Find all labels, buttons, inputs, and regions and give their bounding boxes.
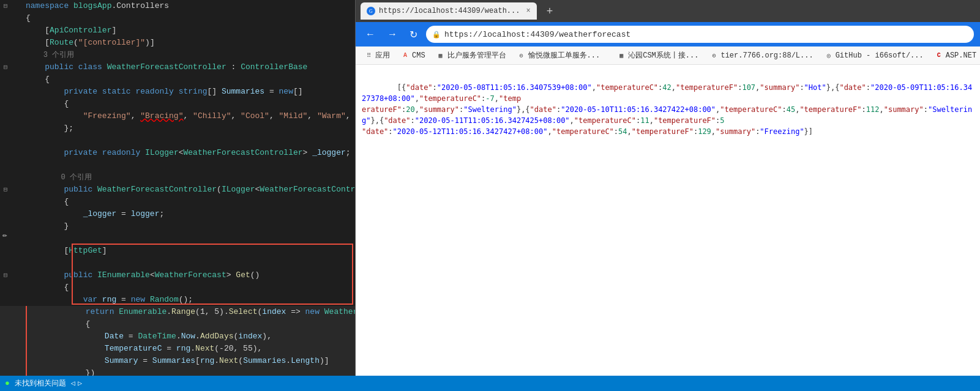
line-content-e1 <box>26 135 355 147</box>
line-content-24: Summary = Summaries[rng.Next(Summaries.L… <box>26 355 355 367</box>
bookmark-mgmt[interactable]: ▦ 比户服务管理平台 <box>433 49 510 62</box>
fold-gutter-9 <box>0 110 11 122</box>
tab-label: https://localhost:44309/weath... <box>379 7 520 15</box>
apps-icon: ⠿ <box>364 51 373 60</box>
fold-gutter-1[interactable]: ⊟ <box>0 0 11 12</box>
code-line-13: { <box>0 196 355 208</box>
line-num-9 <box>11 110 26 122</box>
line-content-12: public WeatherForecastController(ILogger… <box>26 184 355 196</box>
code-line-1: ⊟ namespace blogsApp.Controllers <box>0 0 355 12</box>
bookmark-mgmt-label: 比户服务管理平台 <box>447 50 506 61</box>
bookmark-github[interactable]: ◎ GitHub - i66soft/... <box>821 50 927 61</box>
new-tab-button[interactable]: + <box>542 2 558 20</box>
bookmark-service-label: 愉悦微服工单服务... <box>528 50 600 61</box>
code-editor: ⊟ namespace blogsApp.Controllers { [ApiC… <box>0 0 355 376</box>
line-content-9: "Freezing", "Bracing", "Chilly", "Cool",… <box>26 110 355 122</box>
github-icon: ◎ <box>825 51 833 60</box>
browser-tab[interactable]: G https://localhost:44309/weath... × <box>361 2 537 20</box>
back-button[interactable]: ← <box>362 26 379 42</box>
forward-button[interactable]: → <box>384 26 401 42</box>
line-num-21 <box>11 318 26 330</box>
fold-gutter-5[interactable]: ⊟ <box>0 61 11 73</box>
bookmark-tier[interactable]: ⊙ tier.7766.org:88/L... <box>706 50 817 61</box>
json-response: [{"date":"2020-05-08T11:05:16.3407539+08… <box>362 71 974 148</box>
fold-gutter-25 <box>0 367 11 376</box>
line-content-5: public class WeatherForecastController :… <box>26 61 355 73</box>
line-content-1: namespace blogsApp.Controllers <box>26 0 355 12</box>
fold-gutter-6 <box>0 73 11 86</box>
line-num-e2 <box>11 159 26 171</box>
nav-prev[interactable]: ◁ <box>71 379 75 388</box>
code-line-2: { <box>0 12 355 24</box>
url-text: https://localhost:44309/weatherforecast <box>444 30 630 39</box>
line-num-11 <box>11 147 26 159</box>
line-num-e3 <box>11 233 26 245</box>
line-content-4: [Route("[controller]")] <box>26 37 355 49</box>
line-content-17: public IEnumerable<WeatherForecast> Get(… <box>26 269 355 281</box>
code-line-18: { <box>0 281 355 294</box>
line-num-22 <box>11 330 26 343</box>
code-line-6: { <box>0 73 355 86</box>
line-num-23 <box>11 343 26 355</box>
line-num-12 <box>11 184 26 196</box>
line-num-13 <box>11 196 26 208</box>
code-line-25: }) <box>0 367 355 376</box>
line-content-e3 <box>26 233 355 245</box>
tab-favicon: G <box>367 7 375 15</box>
bookmark-service[interactable]: ⊙ 愉悦微服工单服务... <box>514 49 604 62</box>
bookmark-apps[interactable]: ⠿ 应用 <box>361 49 394 62</box>
line-content-3: [ApiController] <box>26 24 355 37</box>
cms-icon: A <box>401 51 410 60</box>
mgmt-icon: ▦ <box>436 51 445 60</box>
code-line-3: [ApiController] <box>0 24 355 37</box>
bookmark-csm[interactable]: ▦ 沁园CSM系统丨接... <box>613 49 702 62</box>
code-line-12: ⊟ public WeatherForecastController(ILogg… <box>0 184 355 196</box>
code-line-7: private static readonly string[] Summari… <box>0 86 355 98</box>
bookmark-asp-label: ASP.NET WebA <box>946 51 980 60</box>
line-num-24 <box>11 355 26 367</box>
refresh-button[interactable]: ↻ <box>406 26 421 43</box>
status-icon: ● <box>5 379 10 388</box>
line-content-2: { <box>26 12 355 24</box>
address-box[interactable]: 🔒 https://localhost:44309/weatherforecas… <box>426 26 974 43</box>
csm-icon: ▦ <box>617 51 626 60</box>
code-line-empty3 <box>0 233 355 245</box>
svg-text:G: G <box>369 9 373 14</box>
fold-gutter-17[interactable]: ⊟ <box>0 269 11 281</box>
tab-close-button[interactable]: × <box>526 7 530 15</box>
lock-icon: 🔒 <box>432 31 441 39</box>
fold-gutter-11 <box>0 147 11 159</box>
nav-next[interactable]: ▷ <box>78 379 82 388</box>
fold-gutter-10 <box>0 122 11 135</box>
line-content-ref2: 0 个引用 <box>26 171 355 184</box>
fold-gutter-e4 <box>0 257 11 269</box>
line-num-2 <box>11 12 26 24</box>
tier-icon: ⊙ <box>709 51 718 60</box>
fold-gutter-ref1 <box>0 49 11 61</box>
line-num-18 <box>11 281 26 294</box>
bookmark-github-label: GitHub - i66soft/... <box>836 51 924 60</box>
code-line-16: [HttpGet] <box>0 245 355 257</box>
bookmark-apps-label: 应用 <box>375 50 390 61</box>
line-num-1 <box>11 0 26 12</box>
line-content-13: { <box>26 196 355 208</box>
code-line-4: [Route("[controller]")] <box>0 37 355 49</box>
bookmark-asp[interactable]: C ASP.NET WebA <box>931 50 980 61</box>
code-line-11: private readonly ILogger<WeatherForecast… <box>0 147 355 159</box>
line-content-19: var rng = new Random(); <box>26 294 355 306</box>
fold-gutter-14 <box>0 208 11 220</box>
fold-gutter-8 <box>0 98 11 110</box>
bookmark-cms[interactable]: A CMS <box>397 50 429 61</box>
fold-gutter-24 <box>0 355 11 367</box>
status-text: 未找到相关问题 <box>15 378 66 389</box>
fold-gutter-12[interactable]: ⊟ <box>0 184 11 196</box>
browser-panel: G https://localhost:44309/weath... × + ←… <box>355 0 980 376</box>
code-line-17: ⊟ public IEnumerable<WeatherForecast> Ge… <box>0 269 355 281</box>
line-num-ref1 <box>11 49 26 61</box>
code-line-24: Summary = Summaries[rng.Next(Summaries.L… <box>0 355 355 367</box>
fold-gutter-7 <box>0 86 11 98</box>
line-content-25: }) <box>26 367 355 376</box>
line-num-16 <box>11 245 26 257</box>
fold-gutter-2 <box>0 12 11 24</box>
line-num-ref2 <box>11 171 26 184</box>
